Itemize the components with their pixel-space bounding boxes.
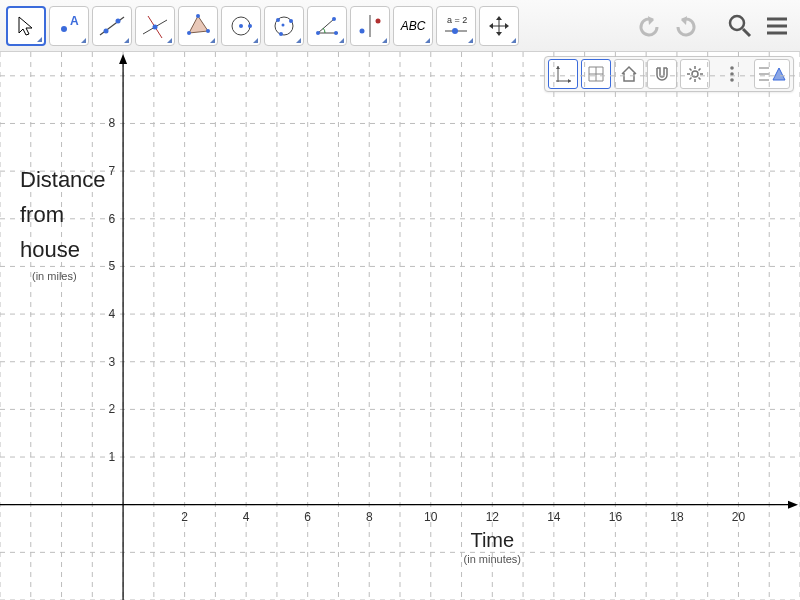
hamburger-icon bbox=[764, 13, 790, 39]
menu-button[interactable] bbox=[760, 9, 794, 43]
x-axis-label: Time bbox=[470, 529, 514, 551]
svg-point-16 bbox=[276, 18, 280, 22]
svg-point-28 bbox=[452, 28, 458, 34]
svg-point-9 bbox=[196, 14, 200, 18]
circle-3points-tool[interactable] bbox=[264, 6, 304, 46]
line-tool[interactable] bbox=[92, 6, 132, 46]
svg-point-3 bbox=[104, 28, 109, 33]
svg-point-11 bbox=[187, 31, 191, 35]
svg-text:6: 6 bbox=[108, 212, 115, 226]
svg-point-0 bbox=[61, 26, 67, 32]
line-icon bbox=[97, 11, 127, 41]
svg-point-10 bbox=[206, 29, 210, 33]
svg-text:4: 4 bbox=[243, 510, 250, 524]
move-arrows-icon bbox=[486, 13, 512, 39]
svg-point-21 bbox=[332, 17, 336, 21]
y-axis-label-line2: from bbox=[20, 202, 64, 227]
slider-icon: a = 2 bbox=[439, 11, 473, 41]
svg-line-2 bbox=[100, 17, 124, 35]
point-icon: A bbox=[56, 13, 82, 39]
circle-center-icon bbox=[226, 11, 256, 41]
svg-text:16: 16 bbox=[609, 510, 623, 524]
svg-line-32 bbox=[743, 29, 750, 36]
svg-point-24 bbox=[360, 28, 365, 33]
redo-button[interactable] bbox=[669, 9, 703, 43]
reflect-tool[interactable] bbox=[350, 6, 390, 46]
svg-text:6: 6 bbox=[304, 510, 311, 524]
svg-point-17 bbox=[289, 19, 293, 23]
y-axis-label-line1: Distance bbox=[20, 167, 106, 192]
angle-tool[interactable] bbox=[307, 6, 347, 46]
svg-text:A: A bbox=[70, 14, 79, 28]
svg-text:2: 2 bbox=[108, 402, 115, 416]
svg-text:8: 8 bbox=[108, 116, 115, 130]
y-axis-unit: (in miles) bbox=[32, 270, 77, 282]
main-toolbar: A bbox=[0, 0, 800, 52]
svg-point-25 bbox=[376, 18, 381, 23]
slider-tool[interactable]: a = 2 bbox=[436, 6, 476, 46]
cursor-icon bbox=[15, 15, 37, 37]
svg-text:18: 18 bbox=[670, 510, 684, 524]
move-graphics-tool[interactable] bbox=[479, 6, 519, 46]
point-tool[interactable]: A bbox=[49, 6, 89, 46]
move-tool[interactable] bbox=[6, 6, 46, 46]
svg-point-18 bbox=[279, 32, 283, 36]
svg-text:1: 1 bbox=[108, 450, 115, 464]
svg-point-7 bbox=[153, 24, 158, 29]
svg-marker-8 bbox=[189, 16, 208, 33]
svg-text:20: 20 bbox=[732, 510, 746, 524]
svg-point-13 bbox=[239, 24, 243, 28]
svg-text:5: 5 bbox=[108, 259, 115, 273]
polygon-icon bbox=[183, 11, 213, 41]
svg-text:3: 3 bbox=[108, 355, 115, 369]
text-tool-label: ABC bbox=[401, 19, 426, 33]
svg-text:4: 4 bbox=[108, 307, 115, 321]
svg-marker-88 bbox=[119, 54, 127, 64]
graphics-view[interactable]: 2468101214161820 12345678 Distance from … bbox=[0, 52, 800, 600]
search-icon bbox=[726, 12, 754, 40]
undo-icon bbox=[636, 13, 662, 39]
undo-button[interactable] bbox=[632, 9, 666, 43]
polygon-tool[interactable] bbox=[178, 6, 218, 46]
search-button[interactable] bbox=[723, 9, 757, 43]
angle-icon bbox=[312, 11, 342, 41]
text-tool[interactable]: ABC bbox=[393, 6, 433, 46]
svg-point-20 bbox=[316, 31, 320, 35]
perpendicular-line-tool[interactable] bbox=[135, 6, 175, 46]
svg-text:10: 10 bbox=[424, 510, 438, 524]
perpendicular-icon bbox=[140, 11, 170, 41]
svg-text:7: 7 bbox=[108, 164, 115, 178]
svg-text:14: 14 bbox=[547, 510, 561, 524]
y-axis-label-line3: house bbox=[20, 237, 80, 262]
svg-text:2: 2 bbox=[181, 510, 188, 524]
svg-text:8: 8 bbox=[366, 510, 373, 524]
x-axis-unit: (in minutes) bbox=[464, 553, 521, 565]
svg-point-22 bbox=[334, 31, 338, 35]
graph-canvas: 2468101214161820 12345678 Distance from … bbox=[0, 52, 800, 600]
svg-marker-87 bbox=[788, 501, 798, 509]
svg-point-14 bbox=[248, 24, 252, 28]
circle-center-point-tool[interactable] bbox=[221, 6, 261, 46]
reflect-icon bbox=[355, 11, 385, 41]
svg-point-4 bbox=[116, 18, 121, 23]
svg-text:12: 12 bbox=[486, 510, 500, 524]
svg-point-31 bbox=[730, 16, 744, 30]
ellipse-icon bbox=[269, 11, 299, 41]
svg-text:a = 2: a = 2 bbox=[447, 15, 467, 25]
redo-icon bbox=[673, 13, 699, 39]
svg-point-19 bbox=[282, 23, 285, 26]
